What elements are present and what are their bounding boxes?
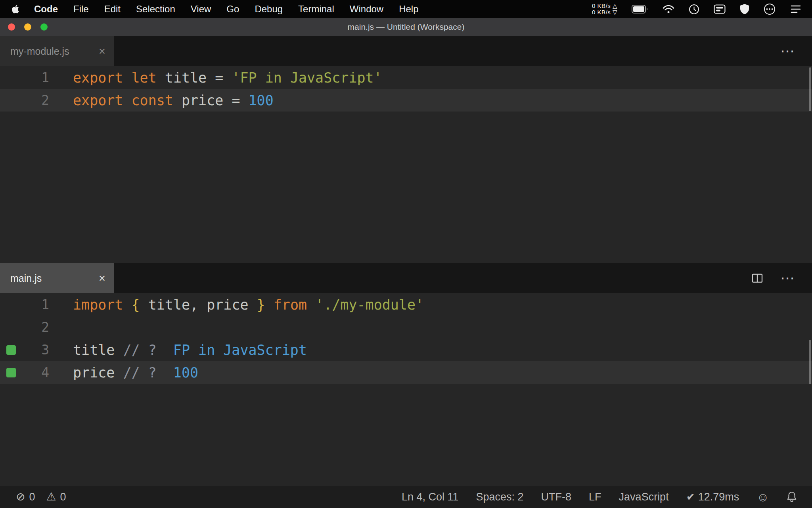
status-right-items: Ln 4, Col 11Spaces: 2UTF-8LFJavaScript✔ …: [402, 491, 739, 503]
line-number: 2: [20, 319, 49, 335]
quokka-coverage-marker-icon: [6, 345, 16, 355]
warning-icon: ⚠: [46, 491, 56, 502]
menu-item-edit[interactable]: Edit: [104, 4, 121, 15]
more-menu-icon[interactable]: [764, 3, 776, 15]
error-icon: ⊘: [16, 491, 25, 502]
editor-group-bottom: main.js × ⋯ 1import { title, price } fro…: [0, 263, 812, 486]
menu-bar-status-area: 0 KB/s △ 0 KB/s ▽: [592, 3, 802, 15]
clock-icon[interactable]: [689, 4, 699, 15]
menu-item-debug[interactable]: Debug: [255, 4, 283, 15]
status-right: Ln 4, Col 11Spaces: 2UTF-8LFJavaScript✔ …: [402, 491, 797, 503]
warning-count: 0: [60, 491, 66, 503]
feedback-smiley-icon[interactable]: ☺: [756, 491, 769, 503]
gutter-decoration: [0, 89, 20, 112]
stats-icon[interactable]: [714, 4, 726, 14]
status-item-indentation[interactable]: Spaces: 2: [476, 491, 524, 503]
tab-main-js[interactable]: main.js ×: [0, 263, 114, 293]
code-text: export let title = 'FP in JavaScript': [49, 70, 382, 86]
split-editor-icon[interactable]: [751, 272, 764, 285]
menu-item-file[interactable]: File: [73, 4, 89, 15]
notifications-bell-icon[interactable]: [787, 491, 797, 502]
gutter-decoration: [0, 66, 20, 89]
traffic-lights: [8, 18, 48, 36]
tab-label: main.js: [10, 273, 42, 284]
tab-close-icon[interactable]: ×: [99, 273, 105, 284]
problems-indicator[interactable]: ⊘ 0 ⚠ 0: [16, 491, 66, 503]
list-menu-icon[interactable]: [790, 4, 802, 14]
status-item-cursor-position[interactable]: Ln 4, Col 11: [402, 491, 459, 503]
code-line[interactable]: 4price // ? 100: [0, 361, 812, 384]
status-item-language-mode[interactable]: JavaScript: [619, 491, 669, 503]
apple-menu-icon[interactable]: [11, 4, 20, 14]
gutter-decoration: [0, 293, 20, 316]
window-title: main.js — Untitled (Workspace): [348, 22, 465, 32]
code-line[interactable]: 1export let title = 'FP in JavaScript': [0, 66, 812, 89]
menu-item-terminal[interactable]: Terminal: [298, 4, 334, 15]
menu-item-view[interactable]: View: [191, 4, 211, 15]
code-line[interactable]: 2: [0, 316, 812, 339]
editor-group-top: my-module.js × ⋯ 1export let title = 'FP…: [0, 36, 812, 263]
zoom-window-button[interactable]: [40, 23, 48, 31]
tab-my-module-js[interactable]: my-module.js ×: [0, 36, 114, 66]
error-count: 0: [29, 491, 35, 503]
overview-ruler-mark: [809, 340, 811, 384]
menu-item-go[interactable]: Go: [226, 4, 239, 15]
line-number: 3: [20, 342, 49, 358]
minimize-window-button[interactable]: [24, 23, 31, 31]
gutter-decoration: [0, 339, 20, 361]
status-item-encoding[interactable]: UTF-8: [541, 491, 572, 503]
menu-item-window[interactable]: Window: [350, 4, 383, 15]
status-bar: ⊘ 0 ⚠ 0 Ln 4, Col 11Spaces: 2UTF-8LFJava…: [0, 486, 812, 508]
quokka-coverage-marker-icon: [6, 368, 16, 377]
more-actions-icon[interactable]: ⋯: [780, 47, 795, 56]
status-item-quokka-runtime[interactable]: ✔ 12.79ms: [686, 491, 739, 503]
line-number: 1: [20, 70, 49, 85]
status-item-eol[interactable]: LF: [589, 491, 601, 503]
network-down-label: 0 KB/s ▽: [592, 9, 617, 15]
tab-bar-top: my-module.js × ⋯: [0, 36, 812, 66]
screen: CodeFileEditSelectionViewGoDebugTerminal…: [0, 0, 812, 508]
line-number: 4: [20, 365, 49, 380]
code-area-top[interactable]: 1export let title = 'FP in JavaScript'2e…: [0, 66, 812, 263]
more-actions-icon[interactable]: ⋯: [780, 274, 795, 283]
menu-item-selection[interactable]: Selection: [136, 4, 175, 15]
code-line[interactable]: 2export const price = 100: [0, 89, 812, 112]
menu-item-code[interactable]: Code: [34, 4, 58, 15]
tab-close-icon[interactable]: ×: [99, 46, 105, 57]
wifi-icon[interactable]: [663, 5, 674, 14]
code-text: import { title, price } from './my-modul…: [49, 297, 424, 313]
menu-items: CodeFileEditSelectionViewGoDebugTerminal…: [34, 4, 419, 15]
editor-actions-top: ⋯: [780, 36, 812, 66]
menu-bar: CodeFileEditSelectionViewGoDebugTerminal…: [0, 0, 812, 18]
code-text: export const price = 100: [49, 92, 274, 108]
window-title-bar[interactable]: main.js — Untitled (Workspace): [0, 18, 812, 36]
line-number: 1: [20, 297, 49, 312]
shield-icon[interactable]: [740, 4, 749, 15]
code-text: title // ? FP in JavaScript: [49, 342, 307, 358]
code-line[interactable]: 1import { title, price } from './my-modu…: [0, 293, 812, 316]
overview-ruler-mark: [809, 67, 811, 111]
code-area-bottom[interactable]: 1import { title, price } from './my-modu…: [0, 293, 812, 486]
editor-actions-bottom: ⋯: [751, 263, 812, 293]
close-window-button[interactable]: [8, 23, 15, 31]
menu-item-help[interactable]: Help: [399, 4, 418, 15]
network-up-label: 0 KB/s △: [592, 3, 617, 9]
code-line[interactable]: 3title // ? FP in JavaScript: [0, 339, 812, 361]
gutter-decoration: [0, 316, 20, 339]
battery-icon[interactable]: [632, 5, 648, 13]
tab-label: my-module.js: [10, 46, 69, 57]
network-speed-indicator[interactable]: 0 KB/s △ 0 KB/s ▽: [592, 3, 617, 15]
code-text: price // ? 100: [49, 365, 198, 381]
line-number: 2: [20, 92, 49, 108]
gutter-decoration: [0, 361, 20, 384]
tab-bar-bottom: main.js × ⋯: [0, 263, 812, 293]
